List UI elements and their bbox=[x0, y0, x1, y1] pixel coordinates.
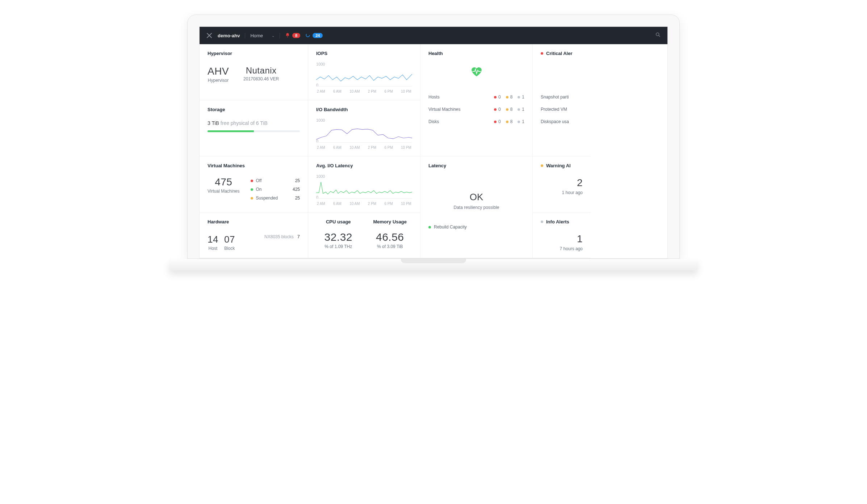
hw-model-label: NX8035 blocks bbox=[264, 234, 294, 239]
card-title: Critical Aler bbox=[546, 51, 573, 56]
vm-state-suspended[interactable]: Suspended25 bbox=[251, 194, 300, 202]
health-card[interactable]: Health Hosts 0 8 1 bbox=[420, 44, 533, 156]
card-title: I/O Bandwidth bbox=[316, 107, 412, 112]
card-title: Health bbox=[428, 51, 524, 56]
top-nav-bar: demo-ahv Home ⌄ 8 24 bbox=[200, 27, 667, 44]
alert-item[interactable]: Diskspace usa bbox=[541, 116, 583, 128]
vm-card[interactable]: Virtual Machines 475 Virtual Machines Of… bbox=[200, 156, 308, 213]
spinner-icon bbox=[305, 33, 310, 39]
rebuild-capacity-row[interactable]: Rebuild Capacity bbox=[428, 224, 524, 230]
x-axis: 2 AM 6 AM 10 AM 2 PM 6 PM 10 PM bbox=[316, 89, 412, 93]
iops-card[interactable]: IOPS 1000 0 2 AM 6 AM 10 AM bbox=[308, 44, 420, 100]
card-title: Storage bbox=[208, 107, 300, 112]
health-row-vms[interactable]: Virtual Machines 0 8 1 bbox=[428, 103, 524, 116]
cluster-name[interactable]: demo-ahv bbox=[218, 33, 245, 38]
usage-card[interactable]: CPU usage 32.32 % of 1.09 THz Memory Usa… bbox=[308, 213, 420, 258]
brand-logo-icon bbox=[206, 32, 213, 39]
task-count-badge: 24 bbox=[313, 33, 323, 38]
latency-sub: Data resiliency possible bbox=[428, 205, 524, 210]
svg-line-2 bbox=[659, 35, 660, 37]
vm-state-on[interactable]: On425 bbox=[251, 185, 300, 194]
mem-value: 46.56 bbox=[368, 231, 412, 243]
alert-item[interactable]: Protected VM bbox=[541, 103, 583, 116]
storage-card[interactable]: Storage 3 TiB free physical of 6 TiB bbox=[200, 100, 308, 156]
hardware-card[interactable]: Hardware 14 Host 07 Block NX8035 blocks bbox=[200, 213, 308, 258]
chevron-down-icon: ⌄ bbox=[272, 34, 275, 38]
search-icon[interactable] bbox=[655, 32, 661, 39]
io-bandwidth-card[interactable]: I/O Bandwidth 1000 0 2 AM 6 AM 10 AM bbox=[308, 100, 420, 156]
info-count: 1 bbox=[541, 233, 583, 245]
svg-point-0 bbox=[306, 33, 310, 37]
tasks-indicator[interactable]: 24 bbox=[305, 33, 323, 39]
critical-dot-icon bbox=[541, 52, 543, 55]
iobw-chart bbox=[316, 122, 412, 143]
hypervisor-name-label: Hypervisor bbox=[208, 78, 229, 83]
host-count: 14 bbox=[208, 234, 218, 245]
warning-dot-icon bbox=[541, 164, 543, 167]
warning-age: 1 hour ago bbox=[541, 190, 583, 195]
alert-count-badge: 8 bbox=[292, 33, 300, 38]
storage-bar bbox=[208, 130, 300, 132]
latency-status: OK bbox=[428, 192, 524, 203]
info-dot-icon bbox=[541, 220, 543, 223]
hypervisor-card[interactable]: Hypervisor AHV Hypervisor Nutanix 201708… bbox=[200, 44, 308, 100]
avg-latency-card[interactable]: Avg. I/O Latency 1000 0 2 AM 6 AM 10 bbox=[308, 156, 420, 213]
warning-count: 2 bbox=[541, 177, 583, 189]
cpu-value: 32.32 bbox=[316, 231, 361, 243]
storage-bar-fill bbox=[208, 130, 254, 132]
card-title: Warning Al bbox=[546, 163, 571, 168]
vm-total: 475 bbox=[208, 176, 240, 188]
critical-alerts-card[interactable]: Critical Aler Snapshot parti Protected V… bbox=[533, 44, 591, 156]
dashboard-grid: Hypervisor AHV Hypervisor Nutanix 201708… bbox=[200, 44, 667, 258]
laptop-frame: demo-ahv Home ⌄ 8 24 bbox=[187, 14, 680, 270]
card-title: Latency bbox=[428, 163, 524, 168]
bell-icon bbox=[285, 33, 290, 39]
card-title: Hardware bbox=[208, 219, 300, 224]
storage-free: 3 TiB bbox=[208, 120, 219, 126]
laptop-screen: demo-ahv Home ⌄ 8 24 bbox=[187, 14, 680, 259]
card-title: Hypervisor bbox=[208, 51, 300, 56]
health-row-disks[interactable]: Disks 0 8 1 bbox=[428, 116, 524, 128]
page-selector[interactable]: Home ⌄ bbox=[250, 33, 280, 38]
card-title: Info Alerts bbox=[546, 219, 569, 224]
info-age: 7 hours ago bbox=[541, 246, 583, 251]
health-row-hosts[interactable]: Hosts 0 8 1 bbox=[428, 91, 524, 103]
svg-point-1 bbox=[656, 33, 659, 36]
hypervisor-vendor: Nutanix bbox=[243, 66, 279, 76]
alert-item[interactable]: Snapshot parti bbox=[541, 91, 583, 103]
heart-icon bbox=[470, 71, 483, 77]
status-dot-icon bbox=[428, 226, 431, 228]
alerts-indicator[interactable]: 8 bbox=[285, 33, 300, 39]
card-title: IOPS bbox=[316, 51, 412, 56]
latency-card[interactable]: Latency OK Data resiliency possible Rebu… bbox=[420, 156, 533, 258]
block-count: 07 bbox=[224, 234, 235, 245]
iops-chart bbox=[316, 66, 412, 87]
y-max-label: 1000 bbox=[316, 62, 412, 66]
laptop-base bbox=[169, 259, 698, 270]
info-alerts-card[interactable]: Info Alerts 1 7 hours ago bbox=[533, 213, 591, 258]
card-title: Avg. I/O Latency bbox=[316, 163, 412, 168]
hw-model-count: 7 bbox=[297, 234, 300, 239]
avg-latency-chart bbox=[316, 178, 412, 199]
page-selector-label: Home bbox=[250, 33, 263, 38]
memory-usage[interactable]: Memory Usage 46.56 % of 3.09 TiB bbox=[368, 219, 412, 249]
hypervisor-version: 20170830.46 VER bbox=[243, 76, 279, 81]
warning-alerts-card[interactable]: Warning Al 2 1 hour ago bbox=[533, 156, 591, 213]
cpu-usage[interactable]: CPU usage 32.32 % of 1.09 THz bbox=[316, 219, 361, 249]
hypervisor-name: AHV bbox=[208, 66, 229, 77]
vm-state-off[interactable]: Off25 bbox=[251, 176, 300, 185]
card-title: Virtual Machines bbox=[208, 163, 300, 168]
